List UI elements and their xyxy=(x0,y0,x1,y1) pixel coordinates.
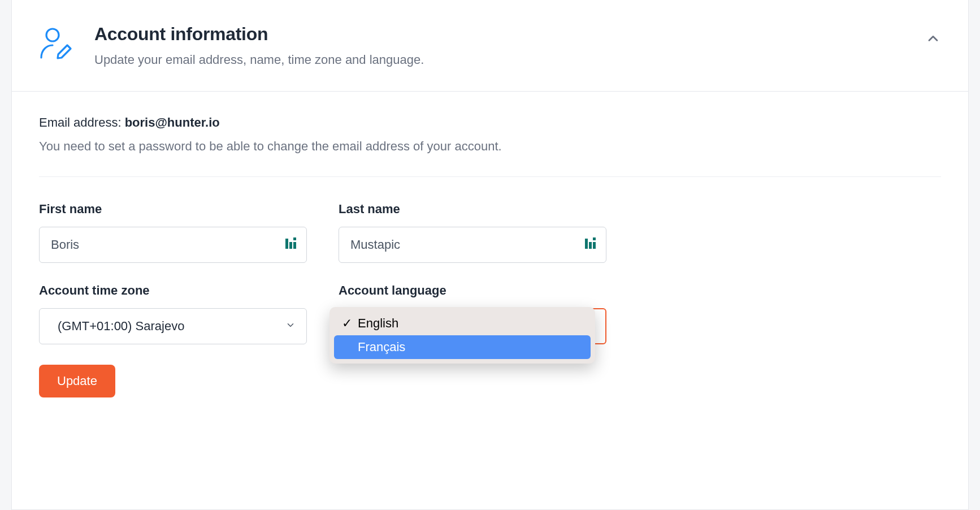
svg-rect-4 xyxy=(293,242,296,249)
check-icon: ✓ xyxy=(342,316,358,331)
language-dropdown: ✓ English Français xyxy=(329,307,595,364)
header-text-block: Account information Update your email ad… xyxy=(94,24,941,67)
svg-rect-2 xyxy=(289,242,292,249)
svg-rect-1 xyxy=(285,239,288,249)
email-address-row: Email address: boris@hunter.io xyxy=(39,115,941,130)
option-label: English xyxy=(358,316,398,331)
panel-header: Account information Update your email ad… xyxy=(12,0,968,92)
password-manager-icon[interactable] xyxy=(285,237,297,252)
svg-rect-6 xyxy=(589,242,592,249)
option-label: Français xyxy=(358,340,405,355)
first-name-input[interactable] xyxy=(39,227,307,263)
language-option-francais[interactable]: Français xyxy=(334,335,591,359)
time-zone-select[interactable]: (GMT+01:00) Sarajevo xyxy=(39,308,307,344)
time-zone-value: (GMT+01:00) Sarajevo xyxy=(58,319,184,334)
first-name-group: First name xyxy=(39,202,307,263)
svg-rect-5 xyxy=(585,239,588,249)
language-label: Account language xyxy=(339,283,606,298)
last-name-group: Last name xyxy=(339,202,606,263)
time-zone-label: Account time zone xyxy=(39,283,307,298)
account-info-panel: Account information Update your email ad… xyxy=(11,0,969,510)
svg-rect-7 xyxy=(593,237,596,240)
email-value: boris@hunter.io xyxy=(125,115,220,129)
svg-rect-8 xyxy=(593,242,596,249)
chevron-up-icon xyxy=(925,31,941,46)
svg-point-0 xyxy=(46,29,59,41)
panel-body: Email address: boris@hunter.io You need … xyxy=(12,92,968,421)
update-button[interactable]: Update xyxy=(39,365,115,397)
section-divider xyxy=(39,176,941,177)
panel-subtitle: Update your email address, name, time zo… xyxy=(94,53,941,67)
first-name-label: First name xyxy=(39,202,307,217)
time-zone-group: Account time zone (GMT+01:00) Sarajevo xyxy=(39,283,307,344)
form-grid: First name Last name xyxy=(39,202,941,344)
email-label: Email address: xyxy=(39,115,125,129)
user-edit-icon xyxy=(39,27,74,62)
email-note: You need to set a password to be able to… xyxy=(39,139,941,154)
password-manager-icon[interactable] xyxy=(585,237,596,252)
last-name-input[interactable] xyxy=(339,227,606,263)
language-option-english[interactable]: ✓ English xyxy=(334,312,591,335)
collapse-toggle[interactable] xyxy=(925,31,941,49)
language-group: Account language English ✓ English xyxy=(339,283,606,344)
panel-title: Account information xyxy=(94,24,941,45)
svg-rect-3 xyxy=(293,237,296,240)
last-name-label: Last name xyxy=(339,202,606,217)
